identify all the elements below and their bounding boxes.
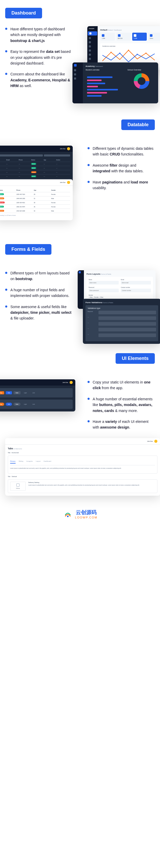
menu-icon [89,54,91,56]
table-row[interactable]: Active1982 202 487036Female [0,205,70,209]
text-input[interactable] [99,328,156,331]
info-pill[interactable]: Info [6,403,12,406]
cell-gender: Male [51,210,69,212]
sidebar-item[interactable] [73,72,83,76]
required-input[interactable] [99,311,156,314]
table-header[interactable]: Email [6,159,19,161]
table-header[interactable]: Gender [51,189,69,191]
avatar-icon[interactable] [70,381,73,384]
sidebar-item[interactable] [87,57,98,61]
bullet-dot-icon [5,272,7,274]
sidebar-item[interactable] [87,53,98,57]
table-header[interactable]: Phone [19,159,31,161]
dashboard-dark-mockup: Academy Dashboard Student overview [73,62,158,103]
breadcrumb: Forms & Fields [103,302,113,303]
info-pill[interactable]: Info [6,391,12,394]
warning-pill[interactable]: Warning [0,403,4,406]
tab-primary[interactable]: Primary [10,459,16,464]
watermark-url: LOOWP.COM [75,516,98,519]
cell-phone: 1402 620 3269 [16,210,34,212]
tab-incognito[interactable]: Incognito [26,459,33,464]
table-header[interactable]: Status [0,189,16,191]
radio-option[interactable]: ○ Male [88,297,92,298]
radio-option[interactable]: ○ Female [93,297,99,298]
sidebar-item-dashboard[interactable] [88,31,97,35]
table-row[interactable]: ———Invited—⋯ [0,170,70,175]
table-row[interactable]: Invited1484 648 108331Male [0,196,70,200]
breadcrumb: Dashboard [95,66,103,67]
avatar-icon[interactable] [154,440,157,443]
table-row[interactable]: Inactive1305 429 402130Female [0,200,70,205]
field-label: — [87,328,96,331]
table-header[interactable]: Age [34,189,51,191]
table-footer: Showing 1 to 10 items shown [0,213,70,218]
panel-title: Student overview [85,69,125,71]
dark-pill[interactable]: Dark [14,391,21,394]
avatar-icon[interactable] [67,181,70,184]
field-label: Email [121,279,151,280]
ui-dark-mockup: John Doe Warning Info Dark Light Link [0,379,75,411]
table-header[interactable]: Status [31,159,44,161]
email-input[interactable] [121,281,151,284]
password-input[interactable] [88,289,119,292]
bullet-text: A huge number of input fields and implem… [10,287,73,299]
svg-point-5 [67,516,69,517]
datatable-bullets: Different types of dynamic data tables w… [87,146,155,191]
table-row[interactable]: Invited1402 620 326942Male [0,209,70,213]
menu-icon [89,37,91,39]
search-input[interactable] [0,154,43,156]
link-pill[interactable]: Link [30,403,37,406]
section-forms: Forms & Fields Different types of form l… [0,236,160,345]
light-pill[interactable]: Light [22,403,29,406]
table-row[interactable]: ———Active—⋯ [0,166,70,170]
bullet-dot-icon [87,164,89,166]
bullet-text: Have different types of dashboard which … [10,26,73,43]
stat-card: 1,284 [100,33,115,41]
avatar-icon[interactable] [67,147,70,150]
sidebar-item[interactable] [73,68,83,72]
table-header[interactable]: Name [0,159,6,161]
sidebar-item[interactable] [73,76,83,81]
field-label: Required [87,311,96,314]
warning-pill[interactable]: Warning [0,391,4,394]
contact-input[interactable] [121,289,151,292]
sidebar-item[interactable] [87,49,98,53]
cell-gender: Male [51,198,69,199]
stat-value: $24,533 [118,37,123,39]
sidebar-item[interactable] [87,40,98,44]
table-row[interactable]: ———Active—⋯ [0,162,70,166]
sidebar-item[interactable] [87,44,98,49]
bullet-text: Some awesome & useful fields like datepi… [10,304,73,321]
cell-age: 30 [34,202,51,204]
status-badge: Invited [0,197,4,199]
tab-dashboard[interactable]: Dashboard [44,459,51,464]
text-input[interactable] [99,322,156,326]
bullet-text: Easy to represent the data set based on … [10,49,73,66]
page-title: Academy [85,65,95,67]
sidebar-item[interactable] [87,36,98,40]
breadcrumb: Forms & Fields [101,273,111,275]
bullet-dot-icon [87,381,89,383]
status-badge: Active [0,193,4,195]
vertical-tab-item[interactable]: Delivery [10,482,26,491]
menu-icon [74,69,76,71]
table-header[interactable]: Action [56,159,69,161]
table-row[interactable]: ———Active—⋯ [0,175,70,179]
svg-point-2 [145,53,146,54]
radio-option[interactable]: ○ Other [99,297,103,298]
dark-pill[interactable]: Dark [14,403,21,406]
text-input[interactable] [99,334,156,337]
tab-sliding[interactable]: Sliding [19,459,23,464]
stat-value: 1,284 [102,37,105,39]
text-input[interactable] [99,316,156,320]
filter-input[interactable] [44,154,70,156]
table-header[interactable]: Age [44,159,56,161]
table-header[interactable]: Phone [16,189,34,191]
name-input[interactable] [88,281,119,284]
table-row[interactable]: Active1305 445 762429Female [0,192,70,196]
light-pill[interactable]: Light [22,391,29,394]
tab-layout[interactable]: Layout [36,459,41,464]
tab-label: Delivery [16,488,20,489]
subsection-label: Tab - Horizontal [8,452,157,454]
link-pill[interactable]: Link [30,391,37,394]
